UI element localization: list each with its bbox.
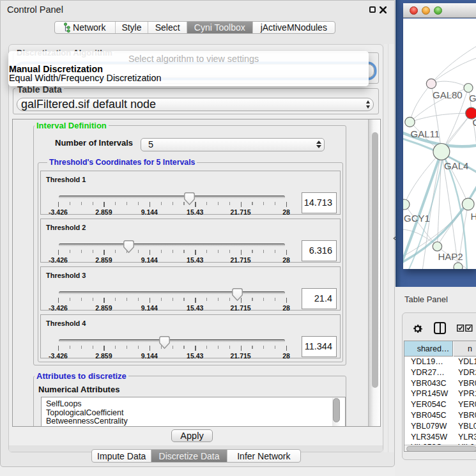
svg-text:C: C: [473, 117, 476, 128]
svg-text:H: H: [471, 211, 476, 222]
svg-text:GAL11: GAL11: [411, 128, 440, 139]
svg-text:GA: GA: [469, 93, 476, 104]
svg-text:GCY1: GCY1: [404, 213, 430, 224]
svg-text:HAP2: HAP2: [438, 251, 463, 262]
svg-text:GAL80: GAL80: [433, 89, 463, 100]
svg-text:GAL4: GAL4: [444, 160, 468, 171]
